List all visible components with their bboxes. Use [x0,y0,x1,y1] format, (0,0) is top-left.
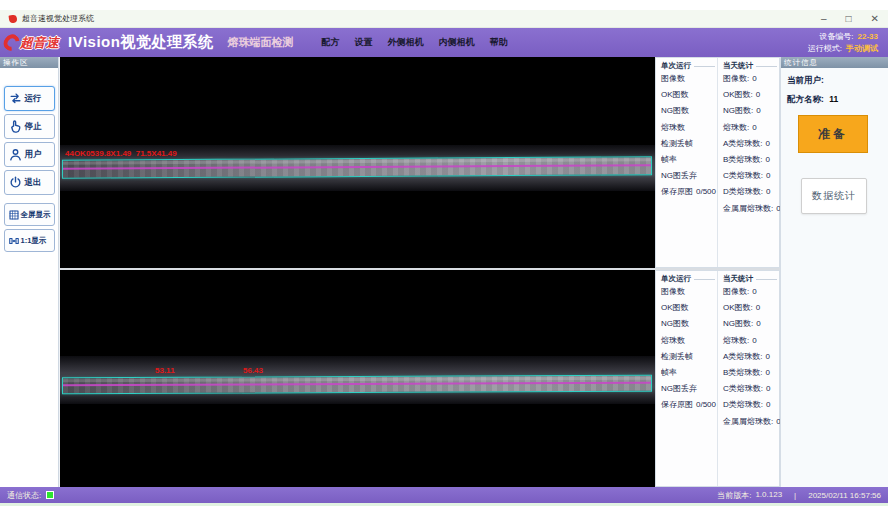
main-menu: 配方设置外侧相机内侧相机帮助 [321,36,507,49]
stop-button[interactable]: 停止 [4,114,55,139]
camera-image-bottom[interactable]: 53.11 56.43 [60,270,655,487]
menu-item[interactable]: 帮助 [489,36,507,49]
stat-row: OK图数 [661,87,715,103]
single-run-title: 单次运行 [661,274,715,284]
status-datetime: 2025/02/11 16:57:56 [808,491,881,500]
comm-status-label: 通信状态: [7,490,41,501]
stats-panel-top: 单次运行 图像数OK图数NG图数熔珠数检测丢帧帧率NG图丢弃保存原图0/500 … [655,57,780,268]
stop-hand-icon [8,119,23,134]
stat-row: 帧率 [661,365,715,381]
bead-overlay-rect [62,375,652,395]
stat-row: NG图丢弃 [661,381,715,397]
recipe-name-row: 配方名称: 11 [787,94,888,106]
run-button[interactable]: 运行 [4,86,55,111]
today-stats-group: 当天统计 图像数:0OK图数:0NG图数:0熔珠数:0A类熔珠数:0B类熔珠数:… [717,58,779,267]
maximize-icon[interactable]: □ [846,14,852,24]
stat-row: 帧率 [661,152,715,168]
run-button-label: 运行 [25,93,42,105]
stat-row: NG图数:0 [723,316,777,332]
device-info: 设备编号: 22-33 运行模式: 手动调试 [808,31,878,55]
stat-row: 熔珠数 [661,333,715,349]
stat-row: 熔珠数:0 [723,120,777,136]
camera-viewports: 44OK0539.8X1.49 71.5X41.49 53.11 56.43 [60,57,655,487]
status-separator: | [794,491,796,500]
main-area: 操作区 运行 停止 用户 [0,57,888,487]
user-button[interactable]: 用户 [4,142,55,167]
stat-row: NG图数 [661,103,715,119]
app-header: 超音速 IVision视觉处理系统 熔珠端面检测 配方设置外侧相机内侧相机帮助 … [0,28,888,57]
application-window: 超音速视觉处理系统 – □ ✕ 超音速 IVision视觉处理系统 熔珠端面检测… [0,0,888,522]
single-run-group: 单次运行 图像数OK图数NG图数熔珠数检测丢帧帧率NG图丢弃保存原图0/500 [656,271,717,486]
single-run-title: 单次运行 [661,61,715,71]
user-icon [8,147,23,162]
stat-row: 图像数 [661,71,715,87]
brand-logo: 超音速 [4,34,59,52]
stat-row: 检测丢帧 [661,136,715,152]
one-to-one-button-label: 1:1显示 [21,236,47,246]
stat-row: 熔珠数 [661,120,715,136]
stat-row: 金属屑熔珠数:0 [723,201,777,217]
recipe-name-label: 配方名称: [787,94,824,104]
device-number-label: 设备编号: [819,31,853,43]
exit-button[interactable]: 退出 [4,170,55,195]
stats-panel-bottom: 单次运行 图像数OK图数NG图数熔珠数检测丢帧帧率NG图丢弃保存原图0/500 … [655,270,780,487]
close-icon[interactable]: ✕ [871,14,879,24]
stat-row: C类熔珠数:0 [723,381,777,397]
data-statistics-button[interactable]: 数据统计 [801,178,867,214]
statistics-column: 单次运行 图像数OK图数NG图数熔珠数检测丢帧帧率NG图丢弃保存原图0/500 … [655,57,780,487]
stat-row: NG图数:0 [723,103,777,119]
stat-row: D类熔珠数:0 [723,184,777,200]
stat-row: A类熔珠数:0 [723,349,777,365]
annotation-text: 44OK0539.8X1.49 71.5X41.49 [65,149,177,158]
stop-button-label: 停止 [25,121,42,133]
one-to-one-icon [8,235,20,247]
menu-item[interactable]: 外侧相机 [387,36,423,49]
stat-row: B类熔珠数:0 [723,365,777,381]
operation-sidebar: 操作区 运行 停止 用户 [0,57,59,487]
statistics-info-panel: 统计信息 当前用户: 配方名称: 11 准备 数据统计 [780,57,888,487]
stat-row: A类熔珠数:0 [723,136,777,152]
camera-image-top[interactable]: 44OK0539.8X1.49 71.5X41.49 [60,57,655,268]
stat-row: NG图丢弃 [661,168,715,184]
device-number-value: 22-33 [858,31,878,43]
fullscreen-icon [8,209,20,221]
app-icon [8,14,17,23]
version-label: 当前版本: [717,490,751,501]
one-to-one-button[interactable]: 1:1显示 [4,229,55,252]
menu-item[interactable]: 内侧相机 [438,36,474,49]
today-stats-title: 当天统计 [723,61,777,71]
info-panel-title: 统计信息 [781,57,888,68]
run-mode-value: 手动调试 [846,43,878,55]
run-icon [8,91,23,106]
stat-row: OK图数 [661,300,715,316]
single-run-group: 单次运行 图像数OK图数NG图数熔珠数检测丢帧帧率NG图丢弃保存原图0/500 [656,58,717,267]
window-bottom-edge [0,503,888,506]
exit-button-label: 退出 [25,177,42,189]
current-user-label: 当前用户: [787,75,824,85]
user-button-label: 用户 [25,149,42,161]
stat-row: 熔珠数:0 [723,333,777,349]
stat-row: 金属屑熔珠数:0 [723,414,777,430]
status-bar: 通信状态: 当前版本: 1.0.123 | 2025/02/11 16:57:5… [0,487,888,503]
page-title: IVision视觉处理系统 [68,33,213,52]
prepare-button[interactable]: 准备 [798,115,868,153]
window-title: 超音速视觉处理系统 [22,13,94,24]
stat-row: OK图数:0 [723,300,777,316]
run-mode-label: 运行模式: [808,43,842,55]
stat-row: 图像数 [661,284,715,300]
minimize-icon[interactable]: – [821,14,827,24]
today-stats-title: 当天统计 [723,274,777,284]
today-stats-group: 当天统计 图像数:0OK图数:0NG图数:0熔珠数:0A类熔珠数:0B类熔珠数:… [717,271,779,486]
bead-overlay-rect [62,156,652,179]
stat-row: 图像数:0 [723,284,777,300]
fullscreen-button[interactable]: 全屏显示 [4,203,55,226]
logo-text: 超音速 [20,34,59,52]
sidebar-title: 操作区 [0,57,58,68]
stat-row: 保存原图0/500 [661,397,715,413]
comm-status-indicator [46,491,54,499]
menu-item[interactable]: 设置 [354,36,372,49]
power-icon [8,175,23,190]
recipe-name-value: 11 [829,94,838,104]
menu-item[interactable]: 配方 [321,36,339,49]
stat-row: 图像数:0 [723,71,777,87]
